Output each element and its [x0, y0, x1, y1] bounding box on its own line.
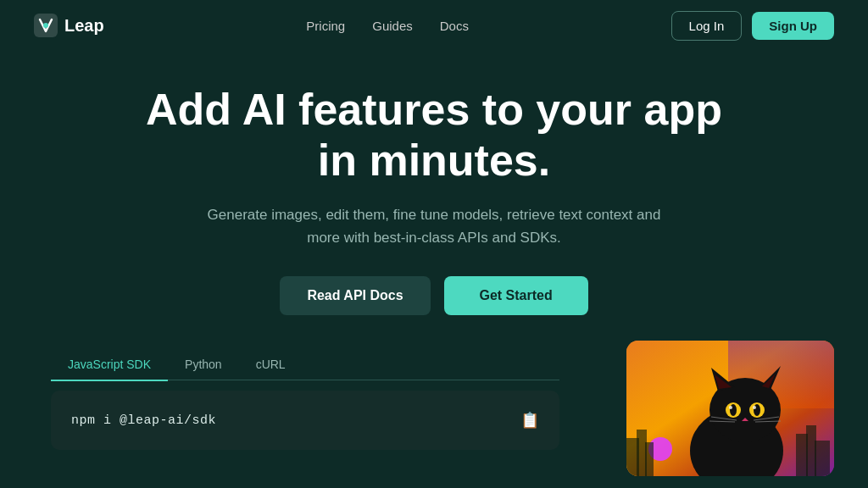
code-box: npm i @leap-ai/sdk 📋: [51, 391, 559, 450]
nav-link-guides[interactable]: Guides: [372, 19, 413, 33]
tab-curl[interactable]: cURL: [239, 349, 303, 381]
tab-python[interactable]: Python: [168, 349, 239, 381]
logo-text: Leap: [64, 16, 104, 36]
copy-icon[interactable]: 📋: [520, 411, 539, 430]
svg-point-1: [43, 23, 48, 28]
code-section: JavaScript SDK Python cURL npm i @leap-a…: [0, 349, 868, 451]
svg-rect-25: [796, 434, 808, 476]
nav-link-pricing[interactable]: Pricing: [306, 19, 345, 33]
svg-rect-24: [645, 442, 654, 476]
tab-javascript-sdk[interactable]: JavaScript SDK: [51, 349, 168, 381]
hero-subtitle: Generate images, edit them, fine tune mo…: [197, 203, 671, 249]
hero-buttons: Read API Docs Get Started: [280, 276, 587, 315]
nav-link-docs[interactable]: Docs: [440, 19, 469, 33]
logo-icon: [34, 14, 58, 37]
login-button[interactable]: Log In: [671, 11, 743, 41]
nav-links: Pricing Guides Docs: [306, 19, 469, 33]
logo[interactable]: Leap: [34, 14, 104, 37]
code-tabs: JavaScript SDK Python cURL: [51, 349, 559, 381]
hero-title: Add AI features to your app in minutes.: [137, 85, 731, 186]
hero-section: Add AI features to your app in minutes. …: [0, 51, 868, 349]
cat-image: [626, 341, 834, 476]
svg-rect-27: [815, 441, 830, 476]
cat-svg: [626, 341, 834, 476]
code-panel: JavaScript SDK Python cURL npm i @leap-a…: [51, 349, 559, 451]
read-api-docs-button[interactable]: Read API Docs: [280, 276, 430, 315]
code-snippet: npm i @leap-ai/sdk: [71, 413, 216, 428]
ai-image-panel: [626, 341, 834, 476]
svg-point-14: [729, 406, 732, 409]
get-started-button[interactable]: Get Started: [444, 276, 588, 315]
nav-actions: Log In Sign Up: [671, 11, 834, 41]
svg-point-15: [753, 406, 756, 409]
navbar: Leap Pricing Guides Docs Log In Sign Up: [0, 0, 868, 51]
signup-button[interactable]: Sign Up: [752, 12, 834, 40]
